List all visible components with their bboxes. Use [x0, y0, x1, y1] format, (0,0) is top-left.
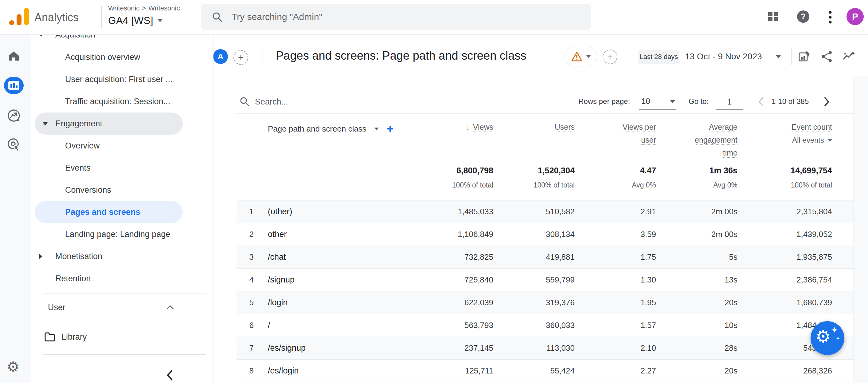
- sparkle-icon: ✦: [831, 325, 838, 335]
- data-quality-dropdown[interactable]: [564, 47, 597, 66]
- column-header-views-per-user[interactable]: Views per user: [623, 120, 656, 146]
- folder-icon: [44, 332, 55, 342]
- divider: [101, 6, 102, 28]
- sidebar-item-overview[interactable]: Overview: [31, 135, 213, 157]
- google-apps-grid-icon[interactable]: [766, 10, 780, 23]
- sidebar-section-user[interactable]: User: [31, 296, 213, 319]
- table-totals-row: 6,800,798100% of total 1,520,304100% of …: [237, 166, 854, 200]
- sidebar-item-retention[interactable]: Retention: [31, 267, 213, 290]
- table-row[interactable]: 8/es/login 125,71155,4242.2720s268,326: [237, 360, 854, 382]
- chevron-down-icon: [670, 100, 675, 103]
- admin-settings-icon[interactable]: ⚙: [7, 360, 19, 374]
- insights-icon[interactable]: [843, 51, 856, 63]
- column-header-event-count[interactable]: Event count All events: [792, 120, 832, 145]
- sidebar-section-engagement[interactable]: Engagement: [35, 113, 183, 135]
- table-search-icon: [240, 96, 249, 106]
- help-icon[interactable]: ?: [797, 10, 810, 23]
- column-header-views[interactable]: ↓Views: [466, 120, 493, 134]
- divider: [791, 48, 792, 65]
- sidebar-item-events[interactable]: Events: [31, 157, 213, 179]
- property-selector[interactable]: GA4 [WS]: [108, 15, 162, 26]
- app-bar: Analytics Writesonic>Writesonic GA4 [WS]…: [0, 0, 868, 35]
- customize-report-icon[interactable]: [798, 51, 810, 63]
- share-icon[interactable]: [821, 51, 833, 63]
- sidebar-item-library[interactable]: Library: [31, 326, 213, 348]
- breadcrumb: Writesonic>Writesonic: [108, 4, 180, 12]
- divider: [43, 294, 206, 294]
- page-info: 1-10 of 385: [772, 97, 809, 106]
- plus-icon: +: [238, 53, 244, 62]
- nav-rail: ⚙: [0, 34, 31, 383]
- sparkle-icon: ✦: [836, 335, 840, 342]
- sidebar-item-traffic-acquisition[interactable]: Traffic acquisition: Session...: [31, 90, 213, 113]
- table-row[interactable]: 1(other) 1,485,033510,5822.912m 00s2,315…: [237, 200, 854, 223]
- totals-event-count: 14,699,754100% of total: [790, 166, 832, 189]
- date-preset-badge[interactable]: Last 28 days: [638, 50, 679, 64]
- more-vertical-icon[interactable]: [826, 10, 835, 25]
- totals-users: 1,520,304100% of total: [533, 166, 575, 189]
- add-report-tab-button[interactable]: +: [602, 50, 617, 64]
- divider: [262, 48, 263, 65]
- rows-per-page-label: Rows per page:: [578, 97, 630, 106]
- column-header-avg-engagement-time[interactable]: Average engagement time: [695, 120, 738, 159]
- previous-page-icon[interactable]: [757, 96, 765, 107]
- table-row[interactable]: 7/es/signup 237,145113,0302.1028s543,120: [237, 337, 854, 360]
- go-to-page-input[interactable]: [716, 94, 743, 110]
- totals-avg-engagement-time: 1m 36sAvg 0%: [709, 166, 738, 189]
- explore-icon[interactable]: [7, 109, 21, 122]
- breadcrumb-account: Writesonic: [108, 4, 140, 12]
- sort-desc-icon: ↓: [466, 122, 470, 131]
- totals-views-per-user: 4.47Avg 0%: [632, 166, 656, 189]
- ga4-pages-and-screens-report: Analytics Writesonic>Writesonic GA4 [WS]…: [0, 0, 868, 383]
- table-row[interactable]: 2other 1,106,849308,1343.592m 00s1,439,0…: [237, 223, 854, 246]
- sidebar-item-acquisition-overview[interactable]: Acquisition overview: [31, 46, 213, 68]
- breadcrumb-separator-icon: >: [142, 4, 146, 12]
- global-search-input[interactable]: [231, 11, 539, 23]
- search-icon: [212, 12, 222, 22]
- chevron-collapsed-icon: [39, 254, 42, 259]
- home-icon[interactable]: [7, 49, 21, 63]
- table-row[interactable]: 4/signup 725,840559,7991.3013s2,386,754: [237, 269, 854, 291]
- global-search[interactable]: [201, 4, 591, 30]
- report-title: Pages and screens: Page path and screen …: [276, 49, 526, 62]
- reports-icon[interactable]: [4, 77, 24, 94]
- chevron-down-icon: [158, 19, 162, 22]
- divider: [214, 76, 868, 76]
- next-page-icon[interactable]: [823, 96, 831, 107]
- sidebar-item-landing-page[interactable]: Landing page: Landing page: [31, 223, 213, 245]
- analytics-logo-icon: [17, 14, 22, 25]
- comparison-badge[interactable]: A: [213, 49, 228, 64]
- table-header-row: ↓Views Users Views per user Average enga…: [237, 120, 854, 164]
- chevron-down-icon: [586, 55, 591, 58]
- chevron-up-icon: [166, 304, 175, 311]
- bar-chart-icon: [8, 81, 20, 90]
- column-header-users[interactable]: Users: [555, 120, 575, 134]
- event-filter-dropdown[interactable]: All events: [792, 136, 832, 145]
- user-avatar[interactable]: P: [846, 8, 864, 25]
- gear-sparkle-icon: ⚙: [815, 328, 831, 345]
- breadcrumb-property: Writesonic: [148, 4, 180, 12]
- table-row[interactable]: 3/chat 732,825419,8811.755s1,935,875: [237, 246, 854, 269]
- sidebar-item-pages-and-screens[interactable]: Pages and screens: [35, 201, 183, 223]
- sidebar-item-conversions[interactable]: Conversions: [31, 179, 213, 201]
- date-range-label[interactable]: 13 Oct - 9 Nov 2023: [685, 52, 762, 61]
- table-row[interactable]: 5/login 622,039319,3761.9520s1,680,739: [237, 291, 854, 314]
- ai-insights-button[interactable]: ⚙ ✦ ✦: [811, 321, 844, 355]
- divider: [237, 89, 854, 89]
- product-name: Analytics: [34, 11, 79, 24]
- go-to-label: Go to:: [689, 97, 709, 106]
- add-comparison-button[interactable]: +: [234, 50, 248, 65]
- table-search-input[interactable]: [254, 93, 452, 111]
- report-nav: Acquisition Acquisition overview User ac…: [31, 34, 214, 383]
- collapse-sidebar-icon[interactable]: [166, 370, 173, 381]
- sidebar-item-user-acquisition[interactable]: User acquisition: First user ...: [31, 68, 213, 90]
- divider: [43, 354, 206, 355]
- sidebar-section-acquisition[interactable]: Acquisition: [31, 34, 213, 46]
- scrollbar-track[interactable]: [854, 76, 868, 383]
- sidebar-section-monetisation[interactable]: Monetisation: [31, 245, 213, 267]
- advertising-icon[interactable]: [7, 138, 21, 151]
- rows-per-page-select[interactable]: 10: [639, 94, 676, 110]
- date-range-chevron-icon[interactable]: [776, 55, 781, 58]
- table-row[interactable]: 6/ 563,793360,0331.5710s1,484,902: [237, 314, 854, 337]
- property-selector-label: GA4 [WS]: [108, 15, 153, 26]
